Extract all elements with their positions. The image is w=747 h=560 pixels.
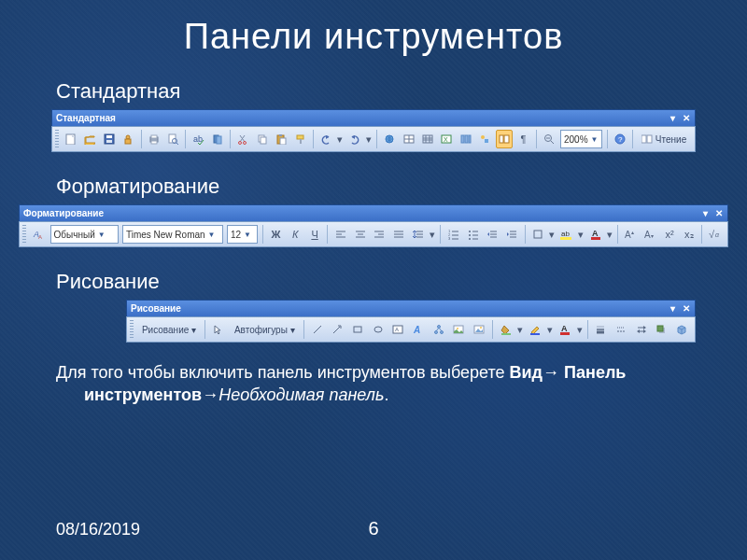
autoshapes-button[interactable]: Автофигуры▾ [229, 320, 301, 339]
line-spacing-dropdown-icon[interactable]: ▾ [429, 225, 436, 244]
align-justify-icon[interactable] [390, 225, 408, 244]
superscript-icon[interactable]: x² [661, 225, 679, 244]
zoom-dropdown[interactable]: 200%▼ [560, 130, 602, 148]
grip-icon[interactable] [55, 130, 59, 148]
separator [141, 130, 142, 148]
hyperlink-icon[interactable] [381, 130, 398, 148]
format-painter-icon[interactable] [292, 130, 309, 148]
new-document-icon[interactable] [63, 130, 79, 148]
fill-color-icon[interactable] [497, 320, 515, 339]
underline-button[interactable]: Ч [306, 225, 324, 244]
spelling-icon[interactable]: ab [190, 130, 206, 148]
line-color-icon[interactable] [526, 320, 544, 339]
align-center-icon[interactable] [351, 225, 369, 244]
line-icon[interactable] [308, 320, 327, 339]
svg-text:A: A [644, 230, 651, 240]
tables-borders-icon[interactable] [400, 130, 416, 148]
reading-layout-button[interactable]: Чтение [636, 130, 692, 148]
styles-pane-icon[interactable]: AA [30, 225, 48, 244]
save-icon[interactable] [101, 130, 118, 148]
print-icon[interactable] [145, 130, 162, 148]
font-size-dropdown[interactable]: 12▼ [227, 225, 258, 244]
svg-point-72 [469, 231, 471, 232]
open-icon[interactable] [81, 130, 98, 148]
svg-line-44 [551, 141, 554, 144]
select-objects-icon[interactable] [209, 320, 228, 339]
clipart-icon[interactable] [449, 320, 468, 339]
window-controls: ▾ ✕ [698, 208, 724, 218]
columns-icon[interactable] [458, 130, 474, 148]
line-weight-icon[interactable] [592, 320, 611, 339]
3d-style-icon[interactable] [672, 320, 691, 339]
redo-dropdown-icon[interactable]: ▾ [365, 130, 373, 148]
insert-picture-icon[interactable] [470, 320, 488, 339]
show-hide-icon[interactable]: ¶ [514, 130, 531, 148]
subscript-icon[interactable]: x₂ [680, 225, 698, 244]
grow-font-icon[interactable]: A▴ [622, 225, 640, 244]
style-dropdown[interactable]: Обычный▼ [50, 225, 119, 244]
dash-style-icon[interactable] [612, 320, 630, 339]
note-bold-1: Вид [510, 363, 543, 382]
arrow-icon[interactable] [328, 320, 346, 339]
font-color-icon[interactable]: A [586, 225, 604, 244]
insert-table-icon[interactable] [419, 130, 436, 148]
highlight-dropdown-icon[interactable]: ▾ [577, 225, 585, 244]
close-icon[interactable]: ✕ [714, 208, 724, 218]
draw-menu-button[interactable]: Рисование▾ [136, 320, 202, 339]
svg-point-4 [126, 135, 130, 139]
redo-icon[interactable] [345, 130, 362, 148]
arrow-style-icon[interactable] [632, 320, 651, 339]
font-color-icon[interactable]: A [556, 320, 574, 339]
borders-dropdown-icon[interactable]: ▾ [548, 225, 556, 244]
separator [607, 130, 608, 148]
drawing-icon[interactable] [476, 130, 493, 148]
numbered-list-icon[interactable]: 123 [444, 225, 462, 244]
close-icon[interactable]: ✕ [682, 113, 691, 123]
equation-icon[interactable]: √α [706, 225, 724, 244]
italic-button[interactable]: К [287, 225, 304, 244]
zoom-out-icon[interactable] [541, 130, 557, 148]
help-icon[interactable]: ? [611, 130, 627, 148]
textbox-icon[interactable]: A [388, 320, 407, 339]
oval-icon[interactable] [369, 320, 388, 339]
document-map-icon[interactable] [496, 130, 513, 148]
paste-icon[interactable] [273, 130, 289, 148]
bullet-list-icon[interactable] [464, 225, 482, 244]
separator [587, 320, 588, 339]
close-icon[interactable]: ✕ [682, 303, 691, 314]
fill-color-dropdown-icon[interactable]: ▾ [516, 320, 524, 339]
line-spacing-icon[interactable] [410, 225, 428, 244]
grip-icon[interactable] [22, 225, 26, 244]
dropdown-arrow-icon: ▾ [290, 325, 295, 335]
wordart-icon[interactable]: A [409, 320, 428, 339]
copy-icon[interactable] [254, 130, 271, 148]
grip-icon[interactable] [130, 320, 134, 339]
cut-icon[interactable] [234, 130, 251, 148]
dropdown-icon[interactable]: ▾ [668, 303, 677, 314]
shrink-font-icon[interactable]: A▾ [641, 225, 659, 244]
bold-button[interactable]: Ж [267, 225, 285, 244]
increase-indent-icon[interactable] [503, 225, 521, 244]
research-icon[interactable] [209, 130, 226, 148]
highlight-icon[interactable]: ab [557, 225, 575, 244]
diagram-icon[interactable] [430, 320, 448, 339]
undo-icon[interactable] [317, 130, 334, 148]
decrease-indent-icon[interactable] [484, 225, 501, 244]
align-right-icon[interactable] [371, 225, 388, 244]
align-left-icon[interactable] [331, 225, 349, 244]
permissions-icon[interactable] [120, 130, 136, 148]
dropdown-icon[interactable]: ▾ [668, 113, 677, 123]
shadow-style-icon[interactable] [653, 320, 671, 339]
font-dropdown[interactable]: Times New Roman▼ [122, 225, 223, 244]
undo-dropdown-icon[interactable]: ▾ [336, 130, 344, 148]
svg-line-95 [314, 326, 321, 333]
insert-excel-icon[interactable]: X [438, 130, 455, 148]
font-color-dropdown-icon[interactable]: ▾ [576, 320, 584, 339]
window-controls: ▾ ✕ [666, 113, 691, 123]
print-preview-icon[interactable] [164, 130, 181, 148]
line-color-dropdown-icon[interactable]: ▾ [546, 320, 554, 339]
dropdown-icon[interactable]: ▾ [700, 208, 710, 218]
borders-icon[interactable] [529, 225, 547, 244]
font-color-dropdown-icon[interactable]: ▾ [606, 225, 613, 244]
rectangle-icon[interactable] [348, 320, 367, 339]
